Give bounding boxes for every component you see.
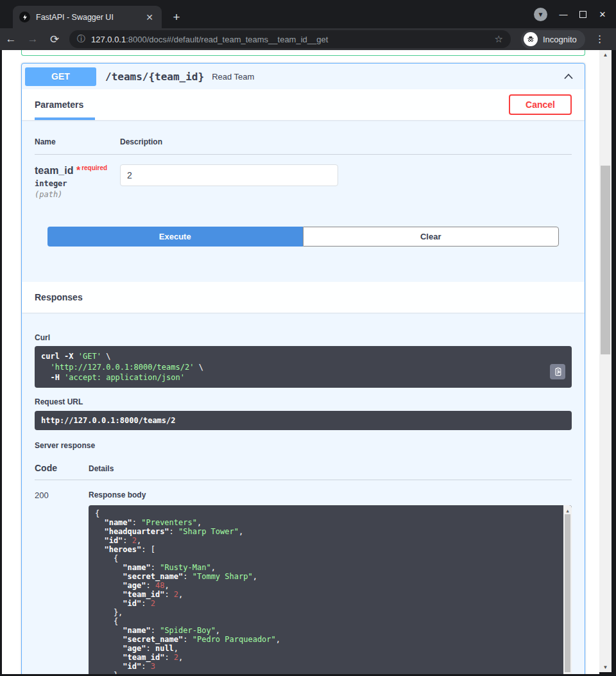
tab-search-icon[interactable]: ▼ xyxy=(534,8,547,21)
page-scrollbar-thumb[interactable] xyxy=(601,166,610,354)
code-details-header: Code Details xyxy=(35,463,572,480)
fastapi-favicon xyxy=(19,12,30,22)
team-id-input[interactable] xyxy=(120,164,338,186)
parameters-tab-underline xyxy=(35,117,95,120)
forward-icon[interactable]: → xyxy=(22,33,44,46)
responses-body: Curl curl -X 'GET' \ 'http://127.0.0.1:8… xyxy=(22,313,585,674)
response-body-code: ▲ { "name": "Preventers", "headquarters"… xyxy=(89,505,572,674)
status-code: 200 xyxy=(35,490,89,674)
parameters-body: Name Description team_id *required integ… xyxy=(22,120,585,263)
maximize-button[interactable] xyxy=(579,11,586,18)
incognito-badge: Incognito xyxy=(521,30,585,49)
column-header-code: Code xyxy=(35,463,89,473)
responses-title: Responses xyxy=(35,292,83,302)
previous-post-block-edge xyxy=(21,50,585,56)
http-method-badge: GET xyxy=(25,67,96,86)
page-scrollbar[interactable]: ▲ ▼ xyxy=(599,50,612,672)
close-window-button[interactable]: ✕ xyxy=(597,10,608,19)
minimize-button[interactable]: — xyxy=(558,10,569,19)
browser-toolbar: ← → ⟳ ⓘ 127.0.0.1:8000/docs#/default/rea… xyxy=(0,28,616,50)
execute-button-group: Execute Clear xyxy=(35,199,572,263)
curl-label: Curl xyxy=(35,333,572,342)
column-header-description: Description xyxy=(120,137,162,146)
responses-section-header: Responses xyxy=(22,282,585,313)
curl-code-block: curl -X 'GET' \ 'http://127.0.0.1:8000/t… xyxy=(35,346,572,388)
url-text: 127.0.0.1:8000/docs#/default/read_team_t… xyxy=(91,35,490,44)
parameters-section-header: Parameters Cancel xyxy=(22,89,585,120)
page-scrollbar-up-icon[interactable]: ▲ xyxy=(599,52,612,58)
opblock-header[interactable]: GET /teams/{team_id} Read Team xyxy=(22,64,585,89)
back-icon[interactable]: ← xyxy=(0,33,22,46)
server-response-label: Server response xyxy=(35,441,572,450)
clear-button[interactable]: Clear xyxy=(303,227,560,247)
response-scrollbar-thumb[interactable] xyxy=(565,514,570,672)
param-type: integer xyxy=(35,179,120,188)
request-url-label: Request URL xyxy=(35,397,572,406)
response-body-scrollbar[interactable]: ▲ xyxy=(563,505,572,674)
copy-to-clipboard-button[interactable] xyxy=(550,364,565,379)
address-bar[interactable]: ⓘ 127.0.0.1:8000/docs#/default/read_team… xyxy=(69,30,511,48)
required-label: required xyxy=(81,164,107,171)
tab-close-icon[interactable]: ✕ xyxy=(144,12,155,23)
bookmark-star-icon[interactable]: ☆ xyxy=(495,33,503,45)
opblock-get-team: GET /teams/{team_id} Read Team Parameter… xyxy=(21,63,585,674)
browser-titlebar: FastAPI - Swagger UI ✕ + ▼ — ✕ xyxy=(0,0,616,28)
response-row-200: 200 Response body ▲ { "name": "Preventer… xyxy=(35,490,572,674)
tab-parameters[interactable]: Parameters xyxy=(35,100,83,110)
cancel-button[interactable]: Cancel xyxy=(509,94,572,115)
site-info-icon[interactable]: ⓘ xyxy=(77,33,85,45)
tab-title: FastAPI - Swagger UI xyxy=(36,13,144,22)
browser-menu-icon[interactable]: ⋮ xyxy=(593,33,607,45)
browser-tab[interactable]: FastAPI - Swagger UI ✕ xyxy=(13,6,162,28)
endpoint-summary: Read Team xyxy=(212,72,560,82)
collapse-chevron-icon[interactable] xyxy=(560,67,578,85)
new-tab-button[interactable]: + xyxy=(168,9,185,26)
endpoint-path: /teams/{team_id} xyxy=(105,71,204,83)
response-body-label: Response body xyxy=(89,490,572,499)
param-row-team-id: team_id *required integer (path) xyxy=(35,155,572,199)
page-scrollbar-down-icon[interactable]: ▼ xyxy=(599,664,612,670)
param-location: (path) xyxy=(35,190,120,199)
request-url-value: http://127.0.0.1:8000/teams/2 xyxy=(35,411,572,430)
column-header-details: Details xyxy=(89,464,114,473)
param-name: team_id *required xyxy=(35,164,120,177)
reload-icon[interactable]: ⟳ xyxy=(44,33,65,46)
incognito-icon xyxy=(524,32,538,46)
required-star: * xyxy=(76,165,80,176)
swagger-page: GET /teams/{team_id} Read Team Parameter… xyxy=(2,50,599,674)
column-header-name: Name xyxy=(35,137,120,146)
incognito-label: Incognito xyxy=(543,35,577,44)
execute-button[interactable]: Execute xyxy=(47,227,303,247)
